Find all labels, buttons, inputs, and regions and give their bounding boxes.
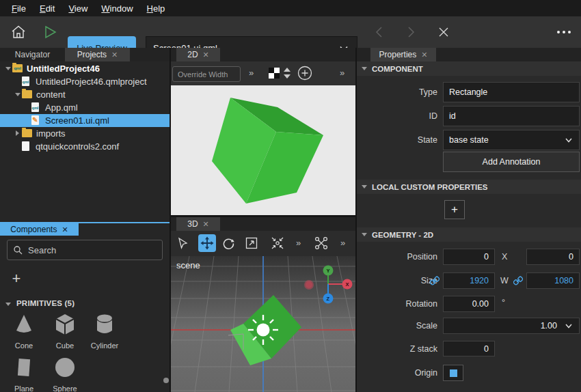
close-tab-icon[interactable]: ✕ [421, 51, 427, 59]
component-item-sphere[interactable]: Sphere [45, 355, 85, 392]
close-tab-icon[interactable]: ✕ [203, 51, 209, 59]
components-search-box[interactable] [7, 240, 163, 260]
move-icon [200, 236, 214, 250]
caret-down-icon[interactable] [5, 67, 11, 70]
type-input[interactable] [443, 82, 580, 102]
chevron-right-icon [405, 25, 417, 39]
menu-edit[interactable]: Edit [33, 1, 61, 16]
position-x-input[interactable] [443, 249, 495, 265]
panel-splitter[interactable] [355, 48, 357, 392]
state-select[interactable]: base state [443, 130, 580, 150]
2d-tab-bar: 2D ✕ [171, 48, 355, 61]
id-input[interactable] [443, 106, 580, 126]
overflow-chevron-icon[interactable]: » [249, 68, 254, 78]
rotate-icon [222, 237, 235, 250]
move-tool-button[interactable] [198, 234, 216, 252]
scale-tool-button[interactable] [243, 234, 260, 252]
add-annotation-button[interactable]: Add Annotation [443, 152, 580, 172]
component-item-cylinder[interactable]: Cylinder [85, 312, 124, 350]
close-tab-icon[interactable]: ✕ [62, 225, 68, 234]
size-width-input[interactable] [443, 272, 495, 289]
overflow-chevron-icon[interactable]: » [296, 238, 301, 248]
go-back-button[interactable] [369, 22, 390, 42]
home-icon [10, 24, 27, 40]
panel-splitter[interactable] [170, 48, 171, 392]
override-width-input[interactable] [172, 66, 241, 82]
geometry-2d-section-header[interactable]: GEOMETRY - 2D [357, 227, 581, 242]
component-item-cone[interactable]: Cone [4, 312, 44, 350]
menu-help[interactable]: Help [141, 1, 172, 16]
select-tool-button[interactable] [174, 234, 191, 252]
position-label: Position [357, 252, 437, 262]
w-axis-label: W [500, 276, 509, 285]
tree-item-qmlproject-file[interactable]: qml UntitledProject46.qmlproject [0, 75, 170, 88]
size-height-input[interactable] [526, 272, 580, 289]
primitives-section-header[interactable]: PRIMITIVES (5) [16, 299, 75, 307]
scale-select[interactable]: 1.00 [443, 318, 580, 334]
origin-center-indicator [450, 369, 457, 377]
size-label: Size [357, 276, 437, 285]
id-label: ID [357, 111, 437, 121]
background-color-toggle-icon[interactable] [269, 68, 280, 79]
fit-selected-button[interactable] [269, 234, 286, 252]
tree-item-qtquickcontrols-conf[interactable]: qtquickcontrols2.conf [0, 140, 170, 153]
3d-scene-viewport[interactable]: Y X Z scene [171, 256, 355, 392]
snap-settings-button[interactable] [312, 234, 330, 252]
link-icon[interactable] [513, 276, 523, 285]
rotation-input[interactable] [443, 296, 495, 312]
caret-down-icon [362, 67, 367, 70]
go-forward-button[interactable] [401, 22, 421, 42]
run-project-button[interactable] [40, 22, 60, 42]
close-document-button[interactable] [433, 22, 454, 42]
caret-down-icon[interactable] [5, 303, 11, 306]
chevron-down-icon [564, 135, 573, 145]
local-custom-properties-header[interactable]: LOCAL CUSTOM PROPERTIES [357, 180, 581, 194]
component-section-header[interactable]: COMPONENT [357, 61, 581, 76]
overflow-chevron-icon[interactable]: » [340, 238, 345, 248]
close-tab-icon[interactable]: ✕ [203, 220, 209, 229]
home-button[interactable] [8, 22, 29, 42]
2d-form-editor-canvas[interactable] [171, 85, 355, 215]
degree-unit-label: ° [502, 298, 505, 307]
link-icon[interactable] [430, 276, 440, 285]
zoom-stepper-icon[interactable] [283, 67, 291, 79]
tab-properties[interactable]: Properties ✕ [370, 48, 436, 61]
scale-label: Scale [357, 321, 437, 331]
add-module-button[interactable]: + [8, 270, 25, 287]
tree-item-project-root[interactable]: qml UntitledProject46 [0, 62, 170, 75]
tab-navigator[interactable]: Navigator [0, 48, 65, 61]
scene-node-label: scene [176, 260, 200, 270]
close-tab-icon[interactable]: ✕ [111, 51, 118, 59]
component-item-cube[interactable]: Cube [45, 312, 85, 350]
3d-toolbar: » » [171, 231, 355, 256]
menu-window[interactable]: Window [95, 1, 139, 16]
menu-file[interactable]: File [5, 1, 32, 16]
z-stack-input[interactable] [443, 341, 495, 356]
scale-icon [245, 237, 258, 249]
origin-label: Origin [357, 368, 437, 378]
tab-components[interactable]: Components ✕ [0, 223, 79, 236]
search-input[interactable] [28, 245, 144, 255]
tab-projects[interactable]: Projects ✕ [65, 48, 130, 61]
tree-item-imports-folder[interactable]: imports [0, 127, 170, 140]
component-item-plane[interactable]: Plane [4, 355, 44, 392]
scrollbar-thumb[interactable] [163, 378, 169, 383]
overflow-chevron-icon[interactable]: » [340, 68, 344, 78]
tab-2d[interactable]: 2D ✕ [176, 48, 220, 61]
zoom-in-icon[interactable] [297, 66, 312, 81]
rotate-tool-button[interactable] [219, 234, 237, 252]
origin-anchor-button[interactable] [443, 365, 463, 381]
cube-icon [53, 312, 77, 337]
caret-right-icon[interactable] [16, 130, 19, 136]
tree-item-app-qml[interactable]: qml App.qml [0, 101, 170, 114]
tree-item-content-folder[interactable]: content [0, 88, 170, 101]
tab-3d[interactable]: 3D ✕ [176, 217, 220, 231]
position-y-input[interactable] [526, 249, 580, 265]
tree-item-screen01-qml[interactable]: ✎ Screen01.ui.qml [0, 114, 170, 127]
menu-view[interactable]: View [62, 1, 94, 16]
menu-bar: File Edit View Window Help [0, 0, 581, 16]
pointer-icon [177, 237, 189, 249]
caret-down-icon[interactable] [15, 93, 21, 96]
more-options-button[interactable] [557, 27, 576, 38]
add-custom-property-button[interactable]: + [444, 200, 465, 219]
